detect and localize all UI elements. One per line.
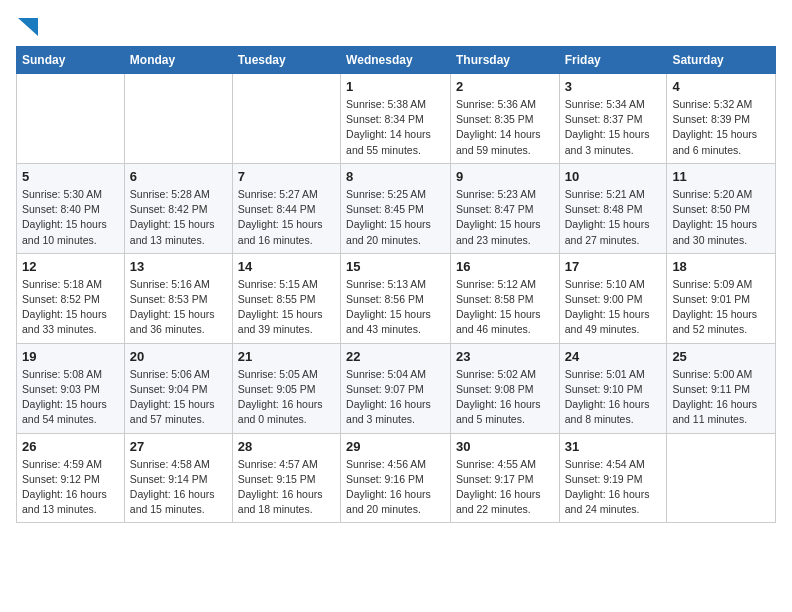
- calendar-table: SundayMondayTuesdayWednesdayThursdayFrid…: [16, 46, 776, 523]
- calendar-cell: 31Sunrise: 4:54 AM Sunset: 9:19 PM Dayli…: [559, 433, 667, 523]
- page-header: [16, 16, 776, 36]
- day-number: 7: [238, 169, 335, 184]
- day-number: 19: [22, 349, 119, 364]
- calendar-cell: 6Sunrise: 5:28 AM Sunset: 8:42 PM Daylig…: [124, 163, 232, 253]
- calendar-cell: 19Sunrise: 5:08 AM Sunset: 9:03 PM Dayli…: [17, 343, 125, 433]
- day-info: Sunrise: 5:10 AM Sunset: 9:00 PM Dayligh…: [565, 277, 662, 338]
- day-number: 16: [456, 259, 554, 274]
- calendar-header-row: SundayMondayTuesdayWednesdayThursdayFrid…: [17, 47, 776, 74]
- day-number: 21: [238, 349, 335, 364]
- calendar-week-row: 19Sunrise: 5:08 AM Sunset: 9:03 PM Dayli…: [17, 343, 776, 433]
- calendar-cell: 8Sunrise: 5:25 AM Sunset: 8:45 PM Daylig…: [341, 163, 451, 253]
- calendar-week-row: 26Sunrise: 4:59 AM Sunset: 9:12 PM Dayli…: [17, 433, 776, 523]
- calendar-week-row: 1Sunrise: 5:38 AM Sunset: 8:34 PM Daylig…: [17, 74, 776, 164]
- day-info: Sunrise: 4:54 AM Sunset: 9:19 PM Dayligh…: [565, 457, 662, 518]
- day-number: 2: [456, 79, 554, 94]
- day-number: 15: [346, 259, 445, 274]
- calendar-cell: 10Sunrise: 5:21 AM Sunset: 8:48 PM Dayli…: [559, 163, 667, 253]
- day-info: Sunrise: 5:09 AM Sunset: 9:01 PM Dayligh…: [672, 277, 770, 338]
- calendar-cell: 18Sunrise: 5:09 AM Sunset: 9:01 PM Dayli…: [667, 253, 776, 343]
- svg-marker-0: [18, 18, 38, 36]
- logo: [16, 16, 38, 36]
- day-number: 20: [130, 349, 227, 364]
- day-info: Sunrise: 5:20 AM Sunset: 8:50 PM Dayligh…: [672, 187, 770, 248]
- day-info: Sunrise: 4:58 AM Sunset: 9:14 PM Dayligh…: [130, 457, 227, 518]
- logo-arrow-icon: [18, 18, 38, 36]
- day-number: 5: [22, 169, 119, 184]
- column-header-sunday: Sunday: [17, 47, 125, 74]
- day-number: 11: [672, 169, 770, 184]
- day-number: 6: [130, 169, 227, 184]
- calendar-cell: 28Sunrise: 4:57 AM Sunset: 9:15 PM Dayli…: [232, 433, 340, 523]
- calendar-week-row: 12Sunrise: 5:18 AM Sunset: 8:52 PM Dayli…: [17, 253, 776, 343]
- day-number: 18: [672, 259, 770, 274]
- day-info: Sunrise: 5:00 AM Sunset: 9:11 PM Dayligh…: [672, 367, 770, 428]
- calendar-cell: 3Sunrise: 5:34 AM Sunset: 8:37 PM Daylig…: [559, 74, 667, 164]
- calendar-cell: 24Sunrise: 5:01 AM Sunset: 9:10 PM Dayli…: [559, 343, 667, 433]
- column-header-wednesday: Wednesday: [341, 47, 451, 74]
- day-number: 26: [22, 439, 119, 454]
- day-info: Sunrise: 4:59 AM Sunset: 9:12 PM Dayligh…: [22, 457, 119, 518]
- day-info: Sunrise: 5:02 AM Sunset: 9:08 PM Dayligh…: [456, 367, 554, 428]
- column-header-tuesday: Tuesday: [232, 47, 340, 74]
- day-info: Sunrise: 5:21 AM Sunset: 8:48 PM Dayligh…: [565, 187, 662, 248]
- column-header-saturday: Saturday: [667, 47, 776, 74]
- day-info: Sunrise: 5:32 AM Sunset: 8:39 PM Dayligh…: [672, 97, 770, 158]
- day-number: 13: [130, 259, 227, 274]
- day-info: Sunrise: 5:01 AM Sunset: 9:10 PM Dayligh…: [565, 367, 662, 428]
- calendar-cell: 4Sunrise: 5:32 AM Sunset: 8:39 PM Daylig…: [667, 74, 776, 164]
- day-number: 17: [565, 259, 662, 274]
- column-header-thursday: Thursday: [450, 47, 559, 74]
- calendar-cell: 23Sunrise: 5:02 AM Sunset: 9:08 PM Dayli…: [450, 343, 559, 433]
- day-info: Sunrise: 5:04 AM Sunset: 9:07 PM Dayligh…: [346, 367, 445, 428]
- day-info: Sunrise: 5:12 AM Sunset: 8:58 PM Dayligh…: [456, 277, 554, 338]
- calendar-cell: 20Sunrise: 5:06 AM Sunset: 9:04 PM Dayli…: [124, 343, 232, 433]
- calendar-cell: 26Sunrise: 4:59 AM Sunset: 9:12 PM Dayli…: [17, 433, 125, 523]
- calendar-cell: [667, 433, 776, 523]
- day-info: Sunrise: 5:27 AM Sunset: 8:44 PM Dayligh…: [238, 187, 335, 248]
- day-info: Sunrise: 4:55 AM Sunset: 9:17 PM Dayligh…: [456, 457, 554, 518]
- day-number: 14: [238, 259, 335, 274]
- day-info: Sunrise: 5:05 AM Sunset: 9:05 PM Dayligh…: [238, 367, 335, 428]
- calendar-cell: 17Sunrise: 5:10 AM Sunset: 9:00 PM Dayli…: [559, 253, 667, 343]
- day-number: 1: [346, 79, 445, 94]
- calendar-cell: 16Sunrise: 5:12 AM Sunset: 8:58 PM Dayli…: [450, 253, 559, 343]
- calendar-cell: [124, 74, 232, 164]
- day-number: 3: [565, 79, 662, 94]
- day-info: Sunrise: 5:08 AM Sunset: 9:03 PM Dayligh…: [22, 367, 119, 428]
- calendar-cell: 13Sunrise: 5:16 AM Sunset: 8:53 PM Dayli…: [124, 253, 232, 343]
- calendar-cell: [17, 74, 125, 164]
- day-info: Sunrise: 5:30 AM Sunset: 8:40 PM Dayligh…: [22, 187, 119, 248]
- day-number: 25: [672, 349, 770, 364]
- calendar-cell: 25Sunrise: 5:00 AM Sunset: 9:11 PM Dayli…: [667, 343, 776, 433]
- day-number: 24: [565, 349, 662, 364]
- day-number: 12: [22, 259, 119, 274]
- calendar-cell: 1Sunrise: 5:38 AM Sunset: 8:34 PM Daylig…: [341, 74, 451, 164]
- day-info: Sunrise: 5:36 AM Sunset: 8:35 PM Dayligh…: [456, 97, 554, 158]
- day-info: Sunrise: 4:56 AM Sunset: 9:16 PM Dayligh…: [346, 457, 445, 518]
- day-number: 27: [130, 439, 227, 454]
- calendar-cell: 11Sunrise: 5:20 AM Sunset: 8:50 PM Dayli…: [667, 163, 776, 253]
- day-number: 22: [346, 349, 445, 364]
- calendar-week-row: 5Sunrise: 5:30 AM Sunset: 8:40 PM Daylig…: [17, 163, 776, 253]
- day-number: 28: [238, 439, 335, 454]
- day-info: Sunrise: 5:23 AM Sunset: 8:47 PM Dayligh…: [456, 187, 554, 248]
- day-number: 29: [346, 439, 445, 454]
- calendar-cell: 29Sunrise: 4:56 AM Sunset: 9:16 PM Dayli…: [341, 433, 451, 523]
- day-number: 4: [672, 79, 770, 94]
- calendar-cell: 14Sunrise: 5:15 AM Sunset: 8:55 PM Dayli…: [232, 253, 340, 343]
- day-number: 8: [346, 169, 445, 184]
- column-header-friday: Friday: [559, 47, 667, 74]
- day-info: Sunrise: 5:06 AM Sunset: 9:04 PM Dayligh…: [130, 367, 227, 428]
- day-info: Sunrise: 5:13 AM Sunset: 8:56 PM Dayligh…: [346, 277, 445, 338]
- calendar-cell: 27Sunrise: 4:58 AM Sunset: 9:14 PM Dayli…: [124, 433, 232, 523]
- day-info: Sunrise: 5:25 AM Sunset: 8:45 PM Dayligh…: [346, 187, 445, 248]
- day-number: 23: [456, 349, 554, 364]
- day-info: Sunrise: 5:15 AM Sunset: 8:55 PM Dayligh…: [238, 277, 335, 338]
- column-header-monday: Monday: [124, 47, 232, 74]
- calendar-cell: [232, 74, 340, 164]
- day-number: 10: [565, 169, 662, 184]
- day-number: 9: [456, 169, 554, 184]
- day-info: Sunrise: 5:28 AM Sunset: 8:42 PM Dayligh…: [130, 187, 227, 248]
- calendar-cell: 30Sunrise: 4:55 AM Sunset: 9:17 PM Dayli…: [450, 433, 559, 523]
